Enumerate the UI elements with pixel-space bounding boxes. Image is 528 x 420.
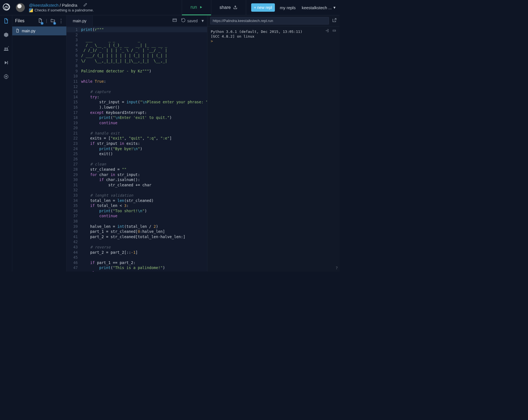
new-repl-label: new repl bbox=[257, 5, 272, 10]
saved-status: saved bbox=[187, 19, 198, 23]
console-panel: Python 3.6.1 (default, Dec 2015, 13:05:1… bbox=[207, 15, 340, 272]
play-icon bbox=[199, 6, 203, 9]
new-file-icon[interactable]: + bbox=[38, 18, 43, 24]
file-icon bbox=[16, 29, 20, 33]
avatar[interactable] bbox=[16, 3, 25, 12]
packages-icon[interactable] bbox=[3, 32, 9, 39]
history-icon[interactable] bbox=[181, 18, 186, 24]
owner-link[interactable]: @keestalkstech bbox=[29, 3, 59, 8]
svg-rect-4 bbox=[7, 61, 8, 64]
project-description: Checks if something is a palindrome. bbox=[35, 8, 94, 12]
chevron-down-icon[interactable]: ▾ bbox=[202, 18, 204, 23]
file-item[interactable]: main.py bbox=[12, 26, 66, 35]
code-editor[interactable]: 1234567891011121314151617181920212223242… bbox=[67, 26, 207, 272]
files-panel: Files + | + ⋮ main.py bbox=[12, 15, 67, 272]
svg-rect-6 bbox=[173, 19, 176, 22]
top-bar: @keestalkstech / Palindra Checks if some… bbox=[0, 0, 340, 15]
run-button[interactable]: run bbox=[182, 0, 211, 15]
activity-bar: + bbox=[0, 15, 12, 272]
python-icon bbox=[29, 8, 33, 12]
multiplayer-icon[interactable]: + bbox=[3, 46, 9, 53]
edit-title-icon[interactable] bbox=[83, 3, 87, 8]
line-gutter: 1234567891011121314151617181920212223242… bbox=[67, 26, 81, 272]
svg-text:+: + bbox=[8, 46, 9, 48]
user-menu-label: keestalkstech ... bbox=[302, 5, 332, 10]
title-separator: / bbox=[60, 3, 61, 8]
plus-icon: + bbox=[254, 5, 256, 10]
console-prompt: > bbox=[211, 39, 213, 43]
svg-point-5 bbox=[5, 76, 7, 77]
my-repls-link[interactable]: my repls bbox=[280, 5, 296, 10]
code-content[interactable]: print(r""" ___ _ _ _ / _ \__ _ | (_)_ __… bbox=[81, 26, 207, 272]
editor-area: main.py saved ▾ 123456789101112131415161… bbox=[67, 15, 207, 272]
file-name: main.py bbox=[22, 29, 35, 33]
files-title: Files bbox=[15, 18, 35, 23]
layout-icon[interactable] bbox=[172, 18, 177, 24]
console-output[interactable]: Python 3.6.1 (default, Dec 2015, 13:05:1… bbox=[207, 26, 340, 272]
user-menu[interactable]: keestalkstech ... ▾ bbox=[302, 5, 336, 10]
share-label: share bbox=[220, 5, 231, 10]
settings-icon[interactable] bbox=[3, 74, 9, 80]
share-icon bbox=[233, 5, 238, 10]
repl-url-input[interactable] bbox=[210, 17, 329, 25]
help-icon[interactable]: ? bbox=[336, 266, 338, 270]
console-clear-icon[interactable] bbox=[332, 29, 337, 34]
editor-tab-label: main.py bbox=[73, 19, 86, 23]
new-folder-icon[interactable]: + bbox=[50, 18, 55, 24]
project-title-block: @keestalkstech / Palindra Checks if some… bbox=[28, 3, 95, 12]
files-icon[interactable] bbox=[3, 18, 9, 25]
editor-tab[interactable]: main.py bbox=[67, 15, 93, 26]
console-line: [GCC 4.8.2] on linux bbox=[211, 34, 336, 39]
svg-point-1 bbox=[4, 48, 6, 49]
new-repl-button[interactable]: + new repl bbox=[251, 3, 275, 12]
share-button[interactable]: share bbox=[211, 0, 246, 15]
console-login-icon[interactable] bbox=[324, 29, 330, 34]
debugger-icon[interactable] bbox=[3, 60, 9, 67]
project-name: Palindra bbox=[62, 3, 77, 8]
chevron-down-icon: ▾ bbox=[333, 5, 336, 10]
spiral-icon bbox=[3, 3, 10, 12]
app-logo[interactable] bbox=[0, 3, 13, 12]
files-more-icon[interactable]: ⋮ bbox=[59, 18, 64, 24]
run-label: run bbox=[190, 5, 197, 10]
open-external-icon[interactable] bbox=[332, 18, 337, 24]
console-line: Python 3.6.1 (default, Dec 2015, 13:05:1… bbox=[211, 29, 336, 34]
